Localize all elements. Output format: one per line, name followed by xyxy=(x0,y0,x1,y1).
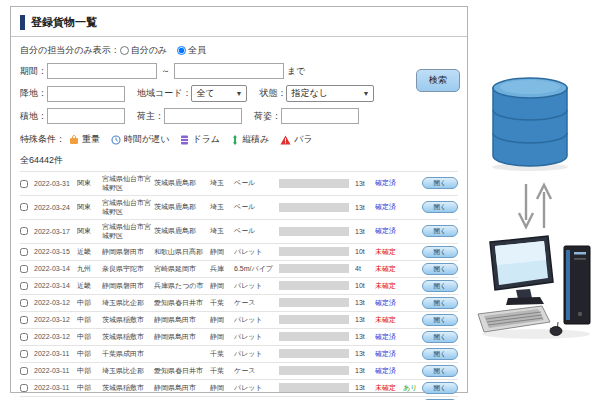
row-region: 中部 xyxy=(77,298,102,308)
scope-radio-all[interactable] xyxy=(177,46,186,55)
row-from-location: 宮城県仙台市宮城野区 xyxy=(102,198,154,217)
table-row: 2022-03-11 中部 埼玉県比企郡 愛知県春日井市 千葉 ケース 13t … xyxy=(20,362,458,379)
sync-illustration xyxy=(472,0,600,400)
row-prefecture: 静岡 xyxy=(210,281,234,291)
row-weight: 4t xyxy=(355,265,375,272)
row-packing: ケース xyxy=(234,298,279,308)
legend-item-weight: 重量 xyxy=(69,133,100,146)
row-packing: パレット xyxy=(234,281,279,291)
row-status: 確定済 xyxy=(375,178,403,188)
row-prefecture: 静岡 xyxy=(210,315,234,325)
row-weight: 13t xyxy=(355,299,375,306)
row-weight: 13t xyxy=(355,316,375,323)
row-checkbox[interactable] xyxy=(20,384,28,392)
open-button[interactable]: 開く xyxy=(422,348,458,360)
row-checkbox[interactable] xyxy=(20,265,28,273)
row-to-location: 愛知県春日井市 xyxy=(154,298,210,308)
row-checkbox[interactable] xyxy=(20,367,28,375)
row-from-location: 茨城県稲敷市 xyxy=(102,332,154,341)
row-to-location: 静岡県島田市 xyxy=(154,383,210,393)
header-divider xyxy=(11,36,467,37)
redacted-bar xyxy=(279,366,349,375)
clock-icon xyxy=(111,135,121,145)
row-checkbox[interactable] xyxy=(20,316,28,324)
row-checkbox[interactable] xyxy=(20,333,28,341)
table-row: 2022-03-14 近畿 静岡県磐田市 兵庫県たつの市 静岡 パレット 10t… xyxy=(20,277,458,294)
scope-option-self[interactable]: 自分のみ xyxy=(120,44,167,57)
row-status: 確定済 xyxy=(375,349,403,359)
row-packing: パレット xyxy=(234,349,279,359)
area-code-select[interactable]: 全て ▼ xyxy=(191,85,247,102)
row-checkbox-cell xyxy=(20,248,34,256)
row-open-cell: 開く xyxy=(420,263,458,275)
row-checkbox[interactable] xyxy=(20,282,28,290)
row-checkbox-cell xyxy=(20,333,34,341)
row-packing: ベール xyxy=(234,226,279,236)
row-date: 2022-03-11 xyxy=(34,367,77,374)
computer-icon xyxy=(476,232,596,340)
special-conditions-legend: 特殊条件： 重量 時間が遅い ドラム 縦積み バラ xyxy=(20,133,458,146)
row-status: 未確定 xyxy=(375,315,403,325)
row-date: 2022-03-17 xyxy=(34,228,77,235)
row-from-location: 奈良県宇陀市 xyxy=(102,264,154,273)
row-checkbox[interactable] xyxy=(20,299,28,307)
open-button[interactable]: 開く xyxy=(422,225,458,237)
row-date: 2022-03-14 xyxy=(34,265,77,272)
row-prefecture: 静岡 xyxy=(210,247,234,257)
row-checkbox[interactable] xyxy=(20,350,28,358)
row-weight: 13t xyxy=(355,204,375,211)
open-button[interactable]: 開く xyxy=(422,201,458,213)
row-to-location: 静岡県島田市 xyxy=(154,332,210,342)
scope-radio-self[interactable] xyxy=(120,46,129,55)
row-checkbox[interactable] xyxy=(20,227,28,235)
open-button[interactable]: 開く xyxy=(422,331,458,343)
period-separator: ～ xyxy=(161,65,170,78)
row-packing: 6.5m/パイプ xyxy=(234,264,279,274)
shipper-input[interactable] xyxy=(164,108,242,124)
period-label: 期間： xyxy=(20,65,47,78)
drop-input[interactable] xyxy=(47,86,125,102)
scope-option-all[interactable]: 全員 xyxy=(177,44,206,57)
package-input[interactable] xyxy=(281,108,359,124)
status-label: 状態： xyxy=(259,87,286,100)
redacted-bar xyxy=(279,227,349,236)
row-redacted-cell xyxy=(279,281,355,290)
open-button[interactable]: 開く xyxy=(422,280,458,292)
open-button[interactable]: 開く xyxy=(422,314,458,326)
drum-icon xyxy=(180,135,189,145)
row-checkbox[interactable] xyxy=(20,248,28,256)
search-button[interactable]: 検索 xyxy=(416,69,460,92)
row-status: 確定済 xyxy=(375,298,403,308)
sync-arrows-icon xyxy=(512,182,558,230)
row-from-location: 千葉県成田市 xyxy=(102,349,154,358)
row-to-location: 宮崎県延岡市 xyxy=(154,264,210,274)
open-button[interactable]: 開く xyxy=(422,382,458,394)
open-button[interactable]: 開く xyxy=(422,365,458,377)
row-packing: ケース xyxy=(234,366,279,376)
row-region: 中部 xyxy=(77,349,102,359)
row-region: 中部 xyxy=(77,315,102,325)
table-row: 2022-03-12 中部 茨城県稲敷市 静岡県島田市 静岡 パレット 13t … xyxy=(20,328,458,345)
row-open-cell: 開く xyxy=(420,177,458,189)
period-to-input[interactable] xyxy=(174,63,284,79)
row-redacted-cell xyxy=(279,179,355,188)
row-status: 確定済 xyxy=(375,202,403,212)
row-packing: ベール xyxy=(234,178,279,188)
load-input[interactable] xyxy=(47,108,125,124)
open-button[interactable]: 開く xyxy=(422,297,458,309)
row-checkbox-cell xyxy=(20,367,34,375)
row-packing: ベール xyxy=(234,202,279,212)
open-button[interactable]: 開く xyxy=(422,177,458,189)
row-open-cell: 開く xyxy=(420,280,458,292)
scope-option-all-label: 全員 xyxy=(188,44,206,57)
table-row: 2022-03-11 中部 千葉県成田市 千葉 パレット 13t 確定済 開く xyxy=(20,345,458,362)
status-select[interactable]: 指定なし ▼ xyxy=(286,85,374,102)
period-from-input[interactable] xyxy=(47,63,157,79)
row-open-cell: 開く xyxy=(420,314,458,326)
drop-label: 降地： xyxy=(20,87,47,100)
open-button[interactable]: 開く xyxy=(422,263,458,275)
row-checkbox[interactable] xyxy=(20,203,28,211)
row-checkbox[interactable] xyxy=(20,180,28,188)
title-accent-bar xyxy=(20,15,25,30)
open-button[interactable]: 開く xyxy=(422,246,458,258)
